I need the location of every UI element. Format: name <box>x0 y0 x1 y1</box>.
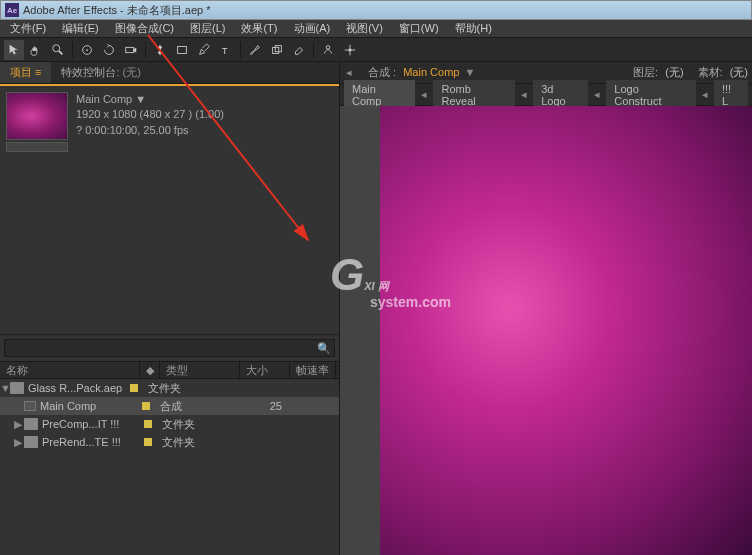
workspace: 项目 ≡ 特效控制台: (无) Main Comp ▼ 1920 x 1080 … <box>0 62 752 555</box>
search-input[interactable] <box>4 339 335 357</box>
alpha-indicator <box>6 142 68 152</box>
selection-tool[interactable] <box>4 40 24 60</box>
rotate-tool[interactable] <box>99 40 119 60</box>
svg-text:T: T <box>222 44 228 55</box>
toolbar-divider <box>72 42 73 58</box>
window-title: Adobe After Effects - 未命名项目.aep * <box>23 3 211 18</box>
comp-tab[interactable]: Main Comp <box>344 80 415 110</box>
chevron-left-icon[interactable]: ◂ <box>346 66 352 79</box>
col-name[interactable]: 名称 <box>0 362 140 378</box>
comp-name-label[interactable]: Main Comp ▼ <box>76 92 224 107</box>
comp-tab[interactable]: 3d Logo <box>533 80 588 110</box>
comp-preview <box>380 106 752 555</box>
comp-thumbnail[interactable] <box>6 92 68 140</box>
comp-icon <box>24 401 36 411</box>
color-tag[interactable] <box>138 438 158 446</box>
item-name: PreRend...TE !!! <box>38 436 138 448</box>
expand-arrow-icon[interactable]: ▶ <box>14 418 24 431</box>
chevron-left-icon[interactable]: ◂ <box>698 88 712 101</box>
col-type[interactable]: 类型 <box>160 362 240 378</box>
folder-icon <box>10 382 24 394</box>
col-tag[interactable]: ◆ <box>140 362 160 378</box>
color-tag[interactable] <box>136 402 156 410</box>
project-tree[interactable]: ▼Glass R...Pack.aep文件夹Main Comp合成25▶PreC… <box>0 379 339 555</box>
item-name: PreComp...IT !!! <box>38 418 138 430</box>
search-icon: 🔍 <box>317 342 331 355</box>
project-panel: 项目 ≡ 特效控制台: (无) Main Comp ▼ 1920 x 1080 … <box>0 62 340 555</box>
menu-edit[interactable]: 编辑(E) <box>54 19 107 38</box>
menu-composition[interactable]: 图像合成(C) <box>107 19 182 38</box>
svg-rect-4 <box>126 47 134 52</box>
comp-info: Main Comp ▼ 1920 x 1080 (480 x 27 ) (1.0… <box>76 92 224 152</box>
item-size: 25 <box>236 400 286 412</box>
expand-arrow-icon[interactable]: ▶ <box>14 436 24 449</box>
pan-behind-tool[interactable] <box>150 40 170 60</box>
tree-row[interactable]: ▶PreRend...TE !!!文件夹 <box>0 433 339 451</box>
panel-tabs: 项目 ≡ 特效控制台: (无) <box>0 62 339 84</box>
search-bar: 🔍 <box>0 334 339 361</box>
spacer <box>0 158 339 334</box>
clone-tool[interactable] <box>267 40 287 60</box>
comp-duration: ? 0:00:10:00, 25.00 fps <box>76 123 224 138</box>
layer-value: (无) <box>665 66 683 78</box>
svg-point-0 <box>53 44 60 51</box>
menu-bar: 文件(F) 编辑(E) 图像合成(C) 图层(L) 效果(T) 动画(A) 视图… <box>0 20 752 38</box>
roto-tool[interactable] <box>318 40 338 60</box>
item-type: 合成 <box>156 399 236 414</box>
comp-dimensions: 1920 x 1080 (480 x 27 ) (1.00) <box>76 107 224 122</box>
menu-view[interactable]: 视图(V) <box>338 19 391 38</box>
dropdown-icon[interactable]: ▼ <box>465 66 476 78</box>
color-tag[interactable] <box>138 420 158 428</box>
tree-row[interactable]: Main Comp合成25 <box>0 397 339 415</box>
chevron-left-icon[interactable]: ◂ <box>417 88 431 101</box>
type-tool[interactable]: T <box>216 40 236 60</box>
toolbar-divider <box>145 42 146 58</box>
brush-tool[interactable] <box>245 40 265 60</box>
comp-tab[interactable]: Logo Construct <box>606 80 696 110</box>
rectangle-tool[interactable] <box>172 40 192 60</box>
tree-row[interactable]: ▼Glass R...Pack.aep文件夹 <box>0 379 339 397</box>
item-name: Glass R...Pack.aep <box>24 382 124 394</box>
menu-help[interactable]: 帮助(H) <box>447 19 500 38</box>
comp-tab[interactable]: !!! L <box>714 80 748 110</box>
tab-menu-icon: ≡ <box>35 66 41 78</box>
hand-tool[interactable] <box>26 40 46 60</box>
toolbar: T <box>0 38 752 62</box>
eraser-tool[interactable] <box>289 40 309 60</box>
column-headers: 名称 ◆ 类型 大小 帧速率 <box>0 361 339 379</box>
col-size[interactable]: 大小 <box>240 362 290 378</box>
svg-point-3 <box>86 49 88 51</box>
pen-tool[interactable] <box>194 40 214 60</box>
chevron-left-icon[interactable]: ◂ <box>590 88 604 101</box>
title-bar: Ae Adobe After Effects - 未命名项目.aep * <box>0 0 752 20</box>
menu-window[interactable]: 窗口(W) <box>391 19 447 38</box>
menu-layer[interactable]: 图层(L) <box>182 19 233 38</box>
tree-row[interactable]: ▶PreComp...IT !!!文件夹 <box>0 415 339 433</box>
layer-label: 图层: <box>629 66 662 78</box>
composition-viewer[interactable] <box>340 106 752 555</box>
comp-tab[interactable]: Romb Reveal <box>433 80 515 110</box>
footage-label: 素材: <box>694 66 727 78</box>
tab-project[interactable]: 项目 ≡ <box>0 62 51 83</box>
folder-icon <box>24 418 38 430</box>
menu-effect[interactable]: 效果(T) <box>233 19 285 38</box>
comp-current[interactable]: Main Comp <box>403 66 459 78</box>
color-tag[interactable] <box>124 384 144 392</box>
expand-arrow-icon[interactable]: ▼ <box>0 382 10 394</box>
project-thumbnail-area: Main Comp ▼ 1920 x 1080 (480 x 27 ) (1.0… <box>0 84 339 158</box>
svg-line-1 <box>59 50 63 54</box>
chevron-left-icon[interactable]: ◂ <box>517 88 531 101</box>
zoom-tool[interactable] <box>48 40 68 60</box>
menu-animation[interactable]: 动画(A) <box>286 19 339 38</box>
puppet-tool[interactable] <box>340 40 360 60</box>
comp-tabs: Main Comp ◂ Romb Reveal ◂ 3d Logo ◂ Logo… <box>340 84 752 106</box>
camera-tool[interactable] <box>121 40 141 60</box>
col-rate[interactable]: 帧速率 <box>290 362 336 378</box>
menu-file[interactable]: 文件(F) <box>2 19 54 38</box>
toolbar-divider <box>240 42 241 58</box>
tab-effect-controls[interactable]: 特效控制台: (无) <box>51 62 150 83</box>
comp-label: 合成 : <box>364 66 400 78</box>
orbit-tool[interactable] <box>77 40 97 60</box>
toolbar-divider <box>313 42 314 58</box>
item-name: Main Comp <box>36 400 136 412</box>
